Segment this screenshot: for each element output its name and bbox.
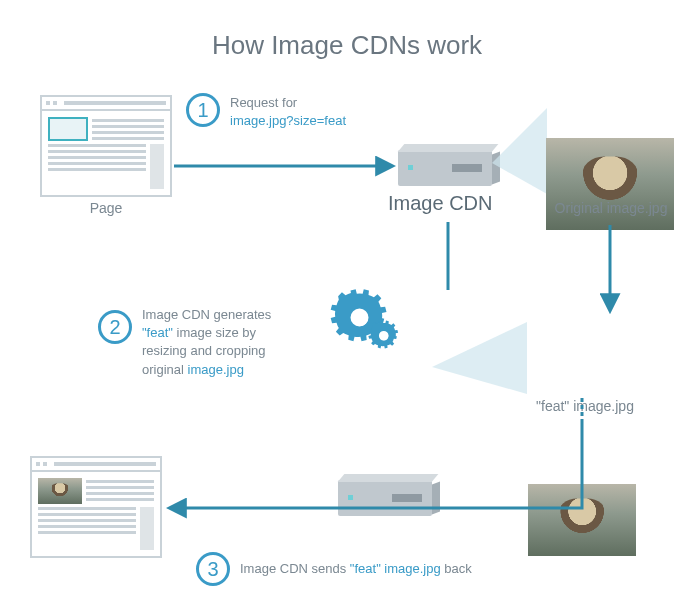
page-label: Page <box>40 200 172 216</box>
feat-label-code: "feat" image.jpg <box>536 398 634 414</box>
step-2-line4-prefix: original <box>142 362 188 377</box>
page-image-placeholder-icon <box>48 117 88 141</box>
svg-marker-0 <box>492 108 547 194</box>
feat-image-label: "feat" image.jpg <box>520 398 650 414</box>
step-2-line2-suffix: image size by <box>173 325 256 340</box>
step-2-line1: Image CDN generates <box>142 307 271 322</box>
page-rendered-image-icon <box>38 478 82 504</box>
projection-cone-1-icon <box>492 108 552 198</box>
original-label-code: image.jpg <box>607 200 668 216</box>
step-1-prefix: Request for <box>230 95 297 110</box>
cdn-server-icon <box>398 150 492 186</box>
step-3-prefix: Image CDN sends <box>240 561 350 576</box>
step-3-text: Image CDN sends "feat" image.jpg back <box>240 560 560 578</box>
diagram-title: How Image CDNs work <box>0 30 694 61</box>
step-3-suffix: back <box>441 561 472 576</box>
original-image <box>546 138 674 230</box>
step-2-line3: resizing and cropping <box>142 343 266 358</box>
gear-small-icon <box>368 320 400 352</box>
svg-point-2 <box>380 332 389 341</box>
svg-marker-3 <box>432 322 527 394</box>
cdn-server-2-icon <box>338 480 432 516</box>
svg-point-1 <box>352 310 368 326</box>
step-3-badge: 3 <box>196 552 230 586</box>
step-2-badge: 2 <box>98 310 132 344</box>
page-browser-2 <box>30 456 162 558</box>
step-2-text: Image CDN generates "feat" image size by… <box>142 306 312 379</box>
step-2-code2: image.jpg <box>188 362 244 377</box>
original-label-prefix: Original <box>555 200 607 216</box>
projection-cone-2-icon <box>432 322 532 402</box>
step-1-badge: 1 <box>186 93 220 127</box>
step-1-code: image.jpg?size=feat <box>230 113 346 128</box>
page-browser-1 <box>40 95 172 197</box>
feat-image <box>528 484 636 556</box>
cdn-label: Image CDN <box>388 192 492 215</box>
step-1-text: Request for image.jpg?size=feat <box>230 94 430 130</box>
original-image-label: Original image.jpg <box>536 200 686 216</box>
step-2-code1: "feat" <box>142 325 173 340</box>
step-3-code: "feat" image.jpg <box>350 561 441 576</box>
